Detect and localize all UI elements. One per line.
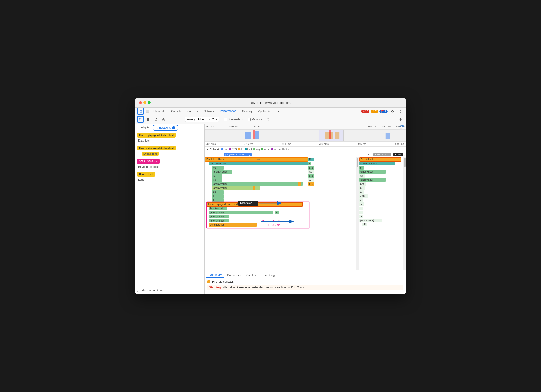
legend-doc-dot — [221, 148, 223, 150]
annotation-label-2: 3783 - 3896 ms — [137, 159, 160, 164]
get-entry[interactable]: get (www.youtube.co...) — [224, 153, 252, 156]
detail-ruler-0: 3742 ms — [206, 143, 216, 145]
memory-label: Memory — [252, 118, 262, 121]
svg-text:(anonymous): (anonymous) — [213, 187, 227, 189]
network-entries-row: get (www.youtube.co...) ··· PSDnSI_8fd..… — [205, 152, 406, 157]
legend-wasm-dot — [271, 148, 273, 150]
svg-text:Jv: Jv — [360, 203, 362, 206]
svg-text:Event: load: Event: load — [361, 158, 373, 161]
capture-settings-button[interactable]: 🖨 — [264, 116, 271, 123]
dots-menu[interactable]: ··· — [257, 158, 260, 161]
svg-rect-23 — [298, 182, 301, 186]
tab-network[interactable]: Network — [201, 107, 217, 115]
screenshots-checkbox[interactable] — [224, 118, 227, 121]
hide-annotations-checkbox[interactable] — [137, 289, 140, 292]
performance-toolbar: ⬚ ⏺ ↺ ⊘ ↑ ↓ www.youtube.com #2 ▼ Screens… — [135, 115, 406, 124]
tab-performance[interactable]: Performance — [217, 107, 239, 115]
svg-text:qR: qR — [363, 223, 366, 226]
device-toolbar-button[interactable]: ⬜ — [144, 108, 151, 115]
network-legend: Doc CSS JS Font — [221, 148, 290, 151]
timeline-area: 992 ms 1992 ms 2992 ms 3992 ms 4992 ms 5… — [205, 124, 406, 142]
bottom-tab-summary[interactable]: Summary — [206, 272, 224, 278]
upload-button[interactable]: ↑ — [168, 116, 174, 123]
svg-text:GB: GB — [360, 187, 364, 189]
info-badge: 🚩 1 — [379, 110, 388, 113]
sidebar-toggle-button[interactable]: ⬚ — [137, 116, 144, 123]
ruler-mark-4: 4992 ms — [382, 125, 391, 128]
svg-text:▼: ▼ — [276, 211, 278, 214]
ruler-mark-2: 2992 ms — [252, 125, 261, 128]
svg-text:(anonymous): (anonymous) — [213, 183, 227, 185]
perf-settings-button[interactable]: ⚙ — [397, 116, 404, 123]
load-tooltip: Load — [393, 153, 403, 156]
annotation-card-0[interactable]: Event: yt-page-data-fetched Data fetch — [137, 133, 202, 143]
warn-icon: ⚠ — [372, 110, 375, 113]
clear-button[interactable]: ⊘ — [160, 116, 167, 123]
annotation-card-1[interactable]: Event: yt-page-data-fetched → Event: loa… — [137, 146, 202, 156]
svg-text:jlb: jlb — [212, 199, 215, 201]
timeline-mini[interactable] — [205, 130, 406, 142]
legend-js: JS — [238, 148, 243, 151]
vertical-scrollbar[interactable] — [356, 157, 359, 270]
memory-checkbox-group: Memory — [248, 118, 262, 121]
flame-chart-left[interactable]: Fire idle callback Run microtasks yka (a… — [205, 157, 356, 270]
ruler-mark-1: 1992 ms — [229, 125, 238, 128]
legend-wasm: Wasm — [271, 148, 281, 151]
scrollbar-thumb-right[interactable] — [404, 158, 406, 167]
maximize-button[interactable] — [148, 101, 151, 104]
flame-chart-right[interactable]: Event: load Run microtasks b (anonymous)… — [359, 157, 403, 270]
svg-text:yka: yka — [213, 166, 216, 169]
window-title: DevTools - www.youtube.com/ — [250, 101, 291, 105]
bottom-tab-call-tree[interactable]: Call tree — [243, 273, 260, 278]
bottom-tab-bottom-up[interactable]: Bottom-up — [224, 273, 243, 278]
svg-text:(anonymous): (anonymous) — [210, 215, 224, 218]
detail-ruler-2: 3842 ms — [282, 143, 291, 145]
download-button[interactable]: ↓ — [175, 116, 182, 123]
svg-rect-1 — [255, 131, 259, 139]
detail-ruler-3: 3892 ms — [319, 143, 329, 145]
annotation-card-2[interactable]: 3783 - 3896 ms Beyond deadline — [137, 159, 202, 169]
devtools-settings-button[interactable]: ⚙ — [389, 108, 396, 115]
error-badge: ⊗ 12 — [361, 110, 369, 113]
svg-text:Aa: Aa — [360, 175, 363, 177]
legend-media: Media — [261, 148, 270, 151]
legend-css-dot — [229, 148, 231, 150]
screenshots-label: Screenshots — [228, 118, 244, 121]
legend-other-dot — [282, 148, 284, 150]
devtools-more-button[interactable]: ⋮ — [397, 108, 404, 115]
record-button[interactable]: ⏺ — [145, 116, 151, 123]
refresh-record-button[interactable]: ↺ — [152, 116, 159, 123]
svg-text:vla: vla — [213, 179, 216, 181]
svg-text:(anonymous): (anonymous) — [210, 219, 224, 222]
scrollbar-thumb[interactable] — [357, 158, 358, 167]
tab-application[interactable]: Application — [255, 107, 275, 115]
bottom-content: Fire idle callback Warning Idle callback… — [205, 278, 406, 294]
tab-elements[interactable]: Elements — [151, 107, 168, 115]
legend-css: CSS — [229, 148, 237, 151]
memory-checkbox[interactable] — [248, 118, 251, 121]
psd-entry[interactable]: PSDnSI_8fd... — [373, 153, 391, 156]
annotation-label-1: Event: yt-page-data-fetched — [137, 146, 176, 150]
tab-sources[interactable]: Sources — [184, 107, 201, 115]
legend-media-dot — [261, 148, 263, 150]
close-button[interactable] — [139, 101, 142, 104]
annotation-card-3[interactable]: Event: load Load — [137, 172, 202, 182]
tab-memory[interactable]: Memory — [239, 107, 255, 115]
error-icon: ⊗ — [362, 110, 365, 113]
warning-row: Warning Idle callback execution extended… — [207, 285, 403, 290]
sidebar-tab-insights[interactable]: Insights — [137, 125, 152, 131]
tab-more[interactable]: ⋯ — [275, 107, 285, 115]
detail-ruler-5: 3992 ms — [395, 143, 404, 145]
tab-console[interactable]: Console — [168, 107, 184, 115]
minimize-button[interactable] — [143, 101, 146, 104]
sidebar-tab-annotations[interactable]: Annotations 4 — [153, 125, 178, 131]
svg-text:E...: E... — [309, 183, 313, 185]
ruler-mark-3: 3992 ms — [368, 125, 377, 128]
svg-text:Aa: Aa — [309, 170, 312, 173]
legend-font: Font — [245, 148, 252, 151]
inspect-element-button[interactable]: ⬚ — [137, 108, 144, 115]
bottom-tab-event-log[interactable]: Event log — [260, 273, 277, 278]
vertical-scrollbar-right[interactable] — [403, 157, 406, 270]
title-bar: DevTools - www.youtube.com/ — [135, 98, 406, 108]
url-selector[interactable]: www.youtube.com #2 ▼ — [185, 117, 219, 122]
